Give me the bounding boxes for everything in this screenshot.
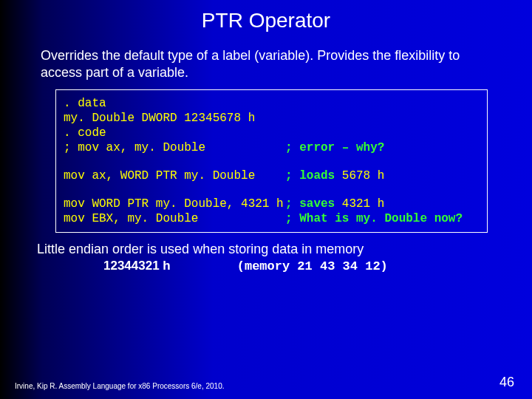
code-line: my. Double DWORD 12345678 h — [64, 111, 285, 126]
code-block: . data my. Double DWORD 12345678 h . cod… — [55, 89, 488, 233]
footer-citation: Irvine, Kip R. Assembly Language for x86… — [15, 382, 225, 390]
slide-title: PTR Operator — [0, 0, 532, 40]
endian-row: 12344321 h (memory 21 43 34 12) — [37, 259, 502, 273]
page-number: 46 — [499, 375, 514, 390]
code-comment: ; saves 4321 h — [285, 197, 384, 211]
code-comment: ; What is my. Double now? — [285, 211, 463, 226]
endian-memory: (memory 21 43 34 12) — [237, 259, 388, 273]
code-line-left: mov WORD PTR my. Double, 4321 h — [64, 197, 285, 211]
code-comment: ; loads 5678 h — [285, 168, 384, 183]
endian-value: 12344321 h — [103, 259, 171, 273]
code-line: . code — [64, 126, 285, 140]
endian-text: Little endian order is used when storing… — [37, 242, 502, 257]
code-comment: ; error – why? — [285, 140, 384, 155]
intro-text: Overrides the default type of a label (v… — [41, 47, 495, 82]
code-line-left: ; mov ax, my. Double — [64, 140, 285, 155]
code-line-left: mov EBX, my. Double — [64, 211, 285, 226]
code-line: . data — [64, 96, 285, 111]
code-line-left: mov ax, WORD PTR my. Double — [64, 168, 285, 183]
